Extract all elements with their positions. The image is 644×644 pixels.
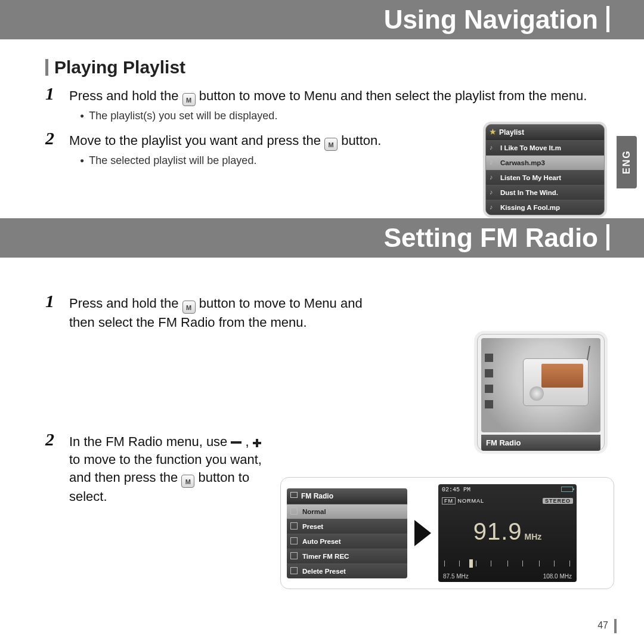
menu-button-icon: M — [181, 475, 194, 488]
subheading: Playing Playlist — [45, 57, 608, 78]
fm-screens-row: FM Radio Normal Preset Auto Preset Timer… — [280, 477, 614, 589]
star-icon: ★ — [490, 128, 496, 136]
playlist-header: ★ Playlist — [486, 125, 604, 140]
step-number: 2 — [45, 431, 54, 448]
tuner-scale — [444, 561, 571, 570]
step-text: Move to the playlist you want and press … — [69, 133, 324, 148]
option-icon — [290, 552, 298, 559]
menu-button-icon: M — [182, 93, 196, 106]
up-icon — [485, 354, 493, 362]
fm-menu-item: Preset — [287, 519, 407, 534]
step-number: 1 — [45, 292, 54, 310]
playlist-item: ♪Listen To My Heart — [486, 170, 604, 185]
tuner-marker-icon — [469, 559, 473, 568]
header-divider-icon — [606, 6, 609, 32]
tuner-time: 02:45 PM — [442, 487, 470, 493]
menu-button-icon: M — [324, 138, 338, 151]
header-divider-icon — [606, 224, 609, 250]
tuner-topbar: 02:45 PM — [442, 487, 573, 493]
step-1: 1 Press and hold the M button to move to… — [45, 295, 379, 332]
fm-caption: FM Radio — [481, 435, 600, 451]
step-number: 1 — [45, 85, 54, 103]
minus-icon — [231, 441, 242, 444]
bullet-note: The playlist(s) you set will be displaye… — [45, 110, 608, 122]
fm-menu-screenshot: FM Radio Normal Preset Auto Preset Timer… — [287, 488, 407, 578]
freq-value: 91.9 — [473, 518, 522, 544]
fm-menu-label: Preset — [302, 523, 323, 530]
header-title: Setting FM Radio — [384, 223, 598, 252]
note-icon: ♪ — [490, 203, 493, 210]
fm-menu-label: Timer FM REC — [302, 553, 349, 560]
search-icon — [485, 369, 493, 377]
option-icon — [290, 507, 298, 515]
section-header-setting-fm: Setting FM Radio — [0, 218, 644, 258]
playlist-item-label: Listen To My Heart — [500, 174, 561, 181]
section-header-using-navigation: Using Navigation — [0, 0, 644, 39]
fm-menu-item-selected: Normal — [287, 504, 407, 519]
tuner-status-row: FM NORMAL STEREO — [442, 498, 573, 504]
playlist-item: ♪Kissing A Fool.mp — [486, 200, 604, 215]
fm-menu-header: FM Radio — [287, 488, 407, 504]
list-icon — [485, 385, 493, 393]
playlist-item-label: Carwash.mp3 — [500, 159, 545, 166]
tuner-range: 87.5 MHz 108.0 MHz — [443, 573, 572, 580]
radio-screen-icon — [541, 364, 583, 388]
comma: , — [246, 434, 253, 449]
playlist-item-label: Kissing A Fool.mp — [500, 204, 560, 211]
range-high: 108.0 MHz — [543, 573, 572, 580]
radio-illustration — [523, 358, 589, 406]
playlist-item-label: I Like To Move It.m — [500, 144, 561, 151]
playlist-item: ♪Dust In The Wind. — [486, 185, 604, 200]
option-icon — [290, 522, 298, 530]
radio-dial-icon — [530, 386, 544, 401]
range-low: 87.5 MHz — [443, 573, 469, 580]
tuner-frequency: 91.9MHz — [442, 518, 573, 545]
tuner-mode: NORMAL — [458, 498, 485, 504]
step-text: In the FM Radio menu, use — [69, 434, 231, 449]
step-2: 2 In the FM Radio menu, use , to move to… — [45, 433, 272, 506]
folder-icon — [485, 400, 493, 408]
note-icon: ♪ — [490, 144, 493, 151]
radio-icon — [290, 492, 298, 498]
note-icon: ♪ — [490, 188, 493, 196]
step-text: button. — [341, 133, 381, 148]
step-text: Press and hold the — [69, 88, 182, 103]
header-title: Using Navigation — [384, 5, 598, 34]
page-bar-icon — [614, 619, 617, 633]
fm-menu-item: Delete Preset — [287, 564, 407, 578]
option-icon — [290, 537, 298, 544]
note-icon: ♪ — [490, 159, 493, 166]
arrow-right-icon — [414, 520, 431, 546]
fm-badge: FM — [442, 497, 456, 504]
step-text: button to move to Menu and then select t… — [199, 88, 587, 103]
step-1: 1 Press and hold the M button to move to… — [45, 87, 608, 106]
playlist-item: ♪I Like To Move It.m — [486, 140, 604, 155]
playlist-item-label: Dust In The Wind. — [500, 189, 558, 196]
menu-button-icon: M — [182, 301, 196, 314]
note-icon: ♪ — [490, 174, 493, 181]
subhead-bar-icon — [45, 59, 48, 76]
fm-menu-label: Auto Preset — [302, 538, 341, 545]
fm-tuner-screenshot: 02:45 PM FM NORMAL STEREO 91.9MHz 87.5 M… — [438, 484, 577, 582]
playlist-item-selected: ♪Carwash.mp3 — [486, 155, 604, 170]
playlist-title: Playlist — [499, 128, 524, 137]
fm-thumbnail-image — [481, 338, 600, 432]
fm-menu-title: FM Radio — [301, 492, 333, 500]
page-number: 47 — [597, 620, 608, 631]
fm-menu-label: Normal — [302, 508, 326, 515]
battery-icon — [561, 487, 573, 492]
subhead-text: Playing Playlist — [54, 57, 185, 77]
freq-unit: MHz — [525, 532, 542, 541]
plus-icon — [253, 439, 261, 447]
language-tab: ENG — [617, 136, 637, 188]
fm-menu-label: Delete Preset — [302, 568, 346, 575]
step-number: 2 — [45, 129, 54, 147]
stereo-badge: STEREO — [543, 498, 573, 504]
thumbnail-side-icons — [485, 354, 493, 408]
step-text: Press and hold the — [69, 296, 182, 311]
fm-menu-item: Auto Preset — [287, 534, 407, 549]
fm-radio-thumbnail: FM Radio — [477, 334, 605, 451]
option-icon — [290, 567, 298, 574]
fm-menu-item: Timer FM REC — [287, 549, 407, 564]
playlist-screenshot: ★ Playlist ♪I Like To Move It.m ♪Carwash… — [485, 124, 605, 215]
